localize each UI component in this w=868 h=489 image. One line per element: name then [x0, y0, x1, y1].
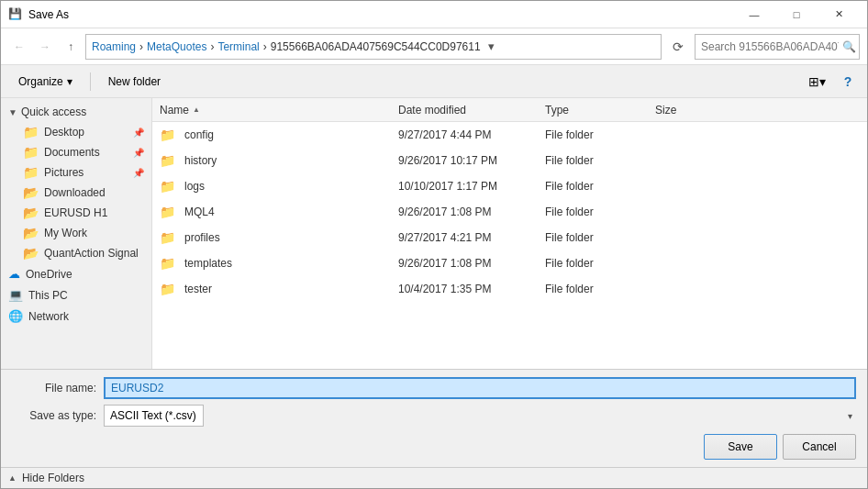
save-as-dialog: 💾 Save As — □ ✕ ← → ↑ Roaming › MetaQuot… — [0, 0, 868, 489]
sidebar-mywork-label: My Work — [44, 227, 87, 239]
folder-icon: 📁 — [160, 230, 175, 245]
pictures-pin-icon: 📌 — [133, 168, 144, 178]
file-date: 9/27/2017 4:44 PM — [398, 128, 545, 141]
eurusd-folder-icon: 📂 — [23, 206, 39, 220]
filetype-row: Save as type: ASCII Text (*.csv) ▾ — [12, 405, 856, 427]
sidebar-item-eurusd[interactable]: 📂 EURUSD H1 — [1, 203, 151, 223]
file-date: 9/26/2017 10:17 PM — [398, 154, 545, 167]
file-rows-container: 📁 config 9/27/2017 4:44 PM File folder 📁… — [152, 122, 867, 302]
file-name: templates — [184, 257, 232, 270]
toolbar-divider — [90, 72, 91, 91]
quick-access-label: Quick access — [21, 106, 86, 118]
folder-icon: 📁 — [160, 128, 175, 142]
quick-access-header[interactable]: ▼ Quick access — [1, 102, 151, 122]
minimize-button[interactable]: — — [733, 1, 775, 28]
file-type: File folder — [545, 154, 655, 167]
table-row[interactable]: 📁 templates 9/26/2017 1:08 PM File folde… — [152, 250, 867, 276]
filetype-select-wrapper: ASCII Text (*.csv) ▾ — [104, 405, 856, 427]
close-button[interactable]: ✕ — [818, 1, 860, 28]
file-date: 9/27/2017 4:21 PM — [398, 231, 545, 244]
downloaded-folder-icon: 📂 — [23, 185, 39, 200]
file-type: File folder — [545, 180, 655, 193]
breadcrumb-dropdown[interactable]: ▾ — [483, 34, 501, 60]
table-row[interactable]: 📁 MQL4 9/26/2017 1:08 PM File folder — [152, 199, 867, 225]
breadcrumb[interactable]: Roaming › MetaQuotes › Terminal › 915566… — [85, 34, 662, 60]
file-date: 10/10/2017 1:17 PM — [398, 180, 545, 193]
table-row[interactable]: 📁 history 9/26/2017 10:17 PM File folder — [152, 148, 867, 173]
breadcrumb-item-terminal[interactable]: Terminal — [217, 40, 259, 53]
col-header-type[interactable]: Type — [545, 104, 655, 117]
organize-button[interactable]: Organize ▾ — [8, 70, 83, 94]
file-type: File folder — [545, 206, 655, 218]
col-name-label: Name — [160, 104, 189, 117]
sidebar-item-pictures[interactable]: 📁 Pictures 📌 — [1, 162, 151, 183]
table-row[interactable]: 📁 profiles 9/27/2017 4:21 PM File folder — [152, 225, 867, 250]
network-icon: 🌐 — [8, 309, 23, 323]
folder-icon: 📁 — [160, 256, 175, 271]
hide-folders-row[interactable]: ▲ Hide Folders — [1, 467, 867, 488]
breadcrumb-item-metaquotes[interactable]: MetaQuotes — [147, 40, 206, 53]
network-label: Network — [28, 310, 69, 323]
file-name: history — [184, 154, 217, 167]
onedrive-label: OneDrive — [26, 268, 72, 281]
sidebar-downloaded-label: Downloaded — [44, 186, 106, 199]
search-icon: 🔍 — [842, 40, 856, 53]
desktop-pin-icon: 📌 — [133, 128, 144, 138]
filename-input[interactable] — [104, 377, 856, 399]
sidebar-eurusd-label: EURUSD H1 — [44, 206, 107, 219]
col-header-name[interactable]: Name ▲ — [160, 104, 398, 117]
folder-icon: 📁 — [160, 153, 175, 168]
network-item[interactable]: 🌐 Network — [1, 306, 151, 327]
table-row[interactable]: 📁 logs 10/10/2017 1:17 PM File folder — [152, 173, 867, 199]
bottom-area: File name: Save as type: ASCII Text (*.c… — [1, 369, 867, 467]
back-button[interactable]: ← — [8, 36, 30, 58]
forward-button[interactable]: → — [34, 36, 56, 58]
col-type-label: Type — [545, 104, 569, 117]
col-header-size[interactable]: Size — [655, 104, 729, 117]
filetype-select[interactable]: ASCII Text (*.csv) — [104, 405, 204, 427]
col-header-date[interactable]: Date modified — [398, 104, 545, 117]
quantaction-folder-icon: 📂 — [23, 246, 39, 261]
hide-folders-chevron: ▲ — [8, 473, 17, 483]
title-controls: — □ ✕ — [733, 1, 860, 28]
onedrive-icon: ☁ — [8, 267, 20, 281]
title-bar-left: 💾 Save As — [8, 7, 69, 22]
file-type: File folder — [545, 231, 655, 244]
col-size-label: Size — [655, 104, 676, 117]
sidebar-item-mywork[interactable]: 📂 My Work — [1, 223, 151, 243]
breadcrumb-item-roaming[interactable]: Roaming — [92, 40, 136, 53]
title-bar: 💾 Save As — □ ✕ — [1, 1, 867, 28]
table-row[interactable]: 📁 config 9/27/2017 4:44 PM File folder — [152, 122, 867, 148]
view-icon: ⊞ — [808, 74, 819, 89]
file-type: File folder — [545, 128, 655, 141]
sidebar-item-desktop[interactable]: 📁 Desktop 📌 — [1, 122, 151, 142]
col-date-label: Date modified — [398, 104, 466, 117]
sidebar-item-documents[interactable]: 📁 Documents 📌 — [1, 142, 151, 162]
thispc-item[interactable]: 💻 This PC — [1, 284, 151, 306]
up-button[interactable]: ↑ — [60, 36, 82, 58]
search-box[interactable]: 🔍 — [695, 34, 860, 60]
quick-access-chevron: ▼ — [8, 107, 17, 117]
hide-folders-label: Hide Folders — [22, 472, 84, 484]
sidebar-item-downloaded[interactable]: 📂 Downloaded — [1, 183, 151, 203]
file-type: File folder — [545, 283, 655, 295]
thispc-label: This PC — [28, 289, 68, 302]
help-button[interactable]: ? — [836, 70, 860, 94]
table-row[interactable]: 📁 tester 10/4/2017 1:35 PM File folder — [152, 276, 867, 302]
onedrive-item[interactable]: ☁ OneDrive — [1, 263, 151, 284]
folder-icon: 📁 — [160, 282, 175, 296]
cancel-button[interactable]: Cancel — [783, 434, 856, 460]
file-list-header: Name ▲ Date modified Type Size — [152, 98, 867, 122]
new-folder-button[interactable]: New folder — [98, 70, 171, 94]
file-type: File folder — [545, 257, 655, 270]
refresh-button[interactable]: ⟳ — [665, 34, 691, 60]
search-input[interactable] — [701, 40, 839, 53]
view-button[interactable]: ⊞ ▾ — [802, 70, 832, 94]
maximize-button[interactable]: □ — [775, 1, 818, 28]
file-name: config — [184, 128, 214, 141]
save-button[interactable]: Save — [704, 434, 777, 460]
file-date: 9/26/2017 1:08 PM — [398, 257, 545, 270]
file-name: tester — [184, 283, 212, 295]
sidebar-item-quantaction[interactable]: 📂 QuantAction Signal — [1, 243, 151, 263]
breadcrumb-item-current: 915566BA06ADA407569C544CC0D97611 — [271, 40, 481, 53]
